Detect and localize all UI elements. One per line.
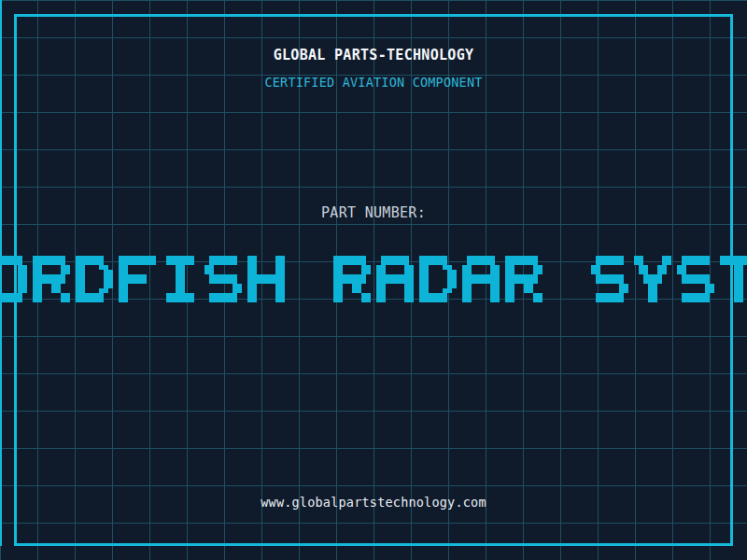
part-number-value	[0, 256, 747, 302]
company-name: GLOBAL PARTS-TECHNOLOGY	[0, 47, 747, 63]
certification-tagline: CERTIFIED AVIATION COMPONENT	[0, 75, 747, 90]
part-number-label: PART NUMBER:	[0, 204, 747, 221]
website-url[interactable]: www.globalpartstechnology.com	[0, 495, 747, 510]
blueprint-page: GLOBAL PARTS-TECHNOLOGY CERTIFIED AVIATI…	[0, 0, 747, 560]
